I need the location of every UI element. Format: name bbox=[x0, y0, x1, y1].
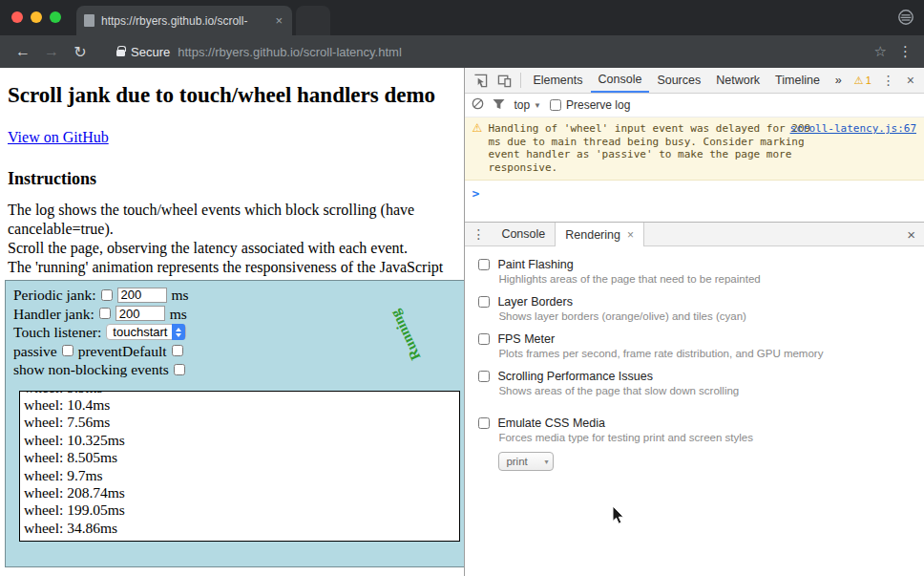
tab-console[interactable]: Console bbox=[591, 68, 650, 93]
scrolling-performance-checkbox[interactable] bbox=[478, 371, 490, 382]
media-type-select[interactable]: print ▾ bbox=[498, 452, 554, 471]
page-title: Scroll jank due to touch/wheel handlers … bbox=[8, 83, 456, 108]
browser-window: https://rbyers.github.io/scroll- × ← → ↻… bbox=[0, 0, 924, 576]
chevron-down-icon: ▼ bbox=[534, 101, 541, 110]
rendering-option: Paint Flashing Highlights areas of the p… bbox=[478, 258, 924, 285]
layer-borders-checkbox[interactable] bbox=[478, 296, 490, 308]
console-toolbar: top ▼ Preserve log bbox=[465, 94, 924, 117]
option-title: Emulate CSS Media bbox=[497, 416, 605, 430]
nonblocking-checkbox[interactable] bbox=[174, 364, 185, 375]
url-field[interactable]: Secure https://rbyers.github.io/scroll-l… bbox=[107, 39, 869, 64]
mouse-cursor-icon bbox=[612, 505, 625, 529]
media-type-value: print bbox=[506, 456, 527, 467]
inactive-tab[interactable] bbox=[296, 6, 330, 35]
instructions-heading: Instructions bbox=[8, 169, 456, 189]
drawer-tab-rendering[interactable]: Rendering × bbox=[555, 223, 644, 246]
paragraph-line: Scroll the page, observing the latency a… bbox=[8, 240, 408, 256]
log-line: wheel: 199.05ms bbox=[24, 501, 455, 519]
console-warning-icon: ⚠ bbox=[472, 122, 482, 136]
preventdefault-checkbox[interactable] bbox=[172, 345, 183, 356]
device-toolbar-icon[interactable] bbox=[493, 68, 516, 93]
clear-console-icon[interactable] bbox=[472, 97, 484, 113]
select-spinner-icon bbox=[172, 324, 185, 340]
tab-timeline[interactable]: Timeline bbox=[767, 68, 828, 93]
drawer-tab-close-icon[interactable]: × bbox=[627, 228, 634, 242]
log-line: wheel: 9.7ms bbox=[24, 467, 455, 484]
tab-close-icon[interactable]: × bbox=[273, 13, 284, 28]
back-icon[interactable]: ← bbox=[11, 43, 34, 60]
browser-menu-icon[interactable]: ⋮ bbox=[898, 43, 913, 60]
bookmark-star-icon[interactable]: ☆ bbox=[874, 43, 887, 60]
inspect-element-icon[interactable] bbox=[469, 68, 493, 93]
rendering-option: Emulate CSS Media Forces media type for … bbox=[478, 416, 924, 471]
event-log: wheel: 9.9ms wheel: 10.4ms wheel: 7.56ms… bbox=[19, 391, 460, 542]
rendering-panel: Paint Flashing Highlights areas of the p… bbox=[465, 246, 924, 471]
paint-flashing-checkbox[interactable] bbox=[478, 259, 490, 270]
chevron-down-icon: ▾ bbox=[544, 458, 548, 466]
rendering-option: FPS Meter Plots frames per second, frame… bbox=[478, 332, 924, 359]
touch-listener-value: touchstart bbox=[113, 325, 167, 339]
fps-meter-checkbox[interactable] bbox=[478, 333, 490, 345]
mac-close-button[interactable] bbox=[11, 11, 23, 23]
mac-fullscreen-button[interactable] bbox=[50, 11, 61, 23]
page-favicon-icon bbox=[84, 14, 94, 27]
devtools-panel: Elements Console Sources Network Timelin… bbox=[464, 68, 924, 576]
log-line: wheel: 208.74ms bbox=[24, 484, 455, 501]
devtools-menu-icon[interactable]: ⋮ bbox=[876, 68, 901, 93]
browser-tab[interactable]: https://rbyers.github.io/scroll- × bbox=[76, 6, 292, 35]
handler-jank-input[interactable] bbox=[116, 306, 165, 321]
tab-overview-icon[interactable] bbox=[897, 9, 914, 30]
log-line: wheel: 34.86ms bbox=[24, 520, 455, 537]
option-desc: Shows layer borders (orange/olive) and t… bbox=[498, 310, 924, 322]
execution-context-value: top bbox=[514, 98, 530, 112]
lock-icon bbox=[116, 50, 125, 56]
option-desc: Highlights areas of the page that need t… bbox=[498, 273, 924, 285]
handler-jank-checkbox[interactable] bbox=[99, 308, 111, 319]
execution-context-select[interactable]: top ▼ bbox=[514, 98, 541, 112]
preserve-log-control: Preserve log bbox=[550, 98, 630, 112]
handler-jank-label: Handler jank: bbox=[13, 305, 94, 324]
tab-sources[interactable]: Sources bbox=[649, 68, 708, 93]
devtools-toolbar: Elements Console Sources Network Timelin… bbox=[465, 68, 924, 94]
touch-listener-select[interactable]: touchstart bbox=[106, 324, 186, 340]
periodic-jank-label: Periodic jank: bbox=[13, 286, 96, 305]
console-warning-message: ⚠ Handling of 'wheel' input event was de… bbox=[465, 117, 924, 181]
option-title: Paint Flashing bbox=[497, 258, 573, 271]
option-desc: Forces media type for testing print and … bbox=[498, 432, 924, 443]
instructions-paragraph: The log shows the touch/wheel events whi… bbox=[8, 201, 464, 277]
forward-icon[interactable]: → bbox=[40, 43, 63, 60]
option-title: FPS Meter bbox=[497, 332, 555, 346]
periodic-jank-input[interactable] bbox=[117, 288, 167, 303]
drawer-tab-rendering-label: Rendering bbox=[565, 228, 620, 242]
tab-elements[interactable]: Elements bbox=[525, 68, 590, 93]
log-line: wheel: 8.505ms bbox=[24, 449, 455, 466]
github-link[interactable]: View on GitHub bbox=[8, 129, 109, 146]
drawer-close-icon[interactable]: × bbox=[898, 223, 924, 245]
tab-network[interactable]: Network bbox=[708, 68, 767, 93]
passive-checkbox[interactable] bbox=[62, 345, 74, 356]
drawer-tab-console[interactable]: Console bbox=[492, 223, 555, 245]
tab-strip: https://rbyers.github.io/scroll- × bbox=[0, 0, 924, 35]
page-content: Scroll jank due to touch/wheel handlers … bbox=[0, 68, 464, 576]
console-prompt[interactable]: > bbox=[465, 181, 924, 222]
touch-listener-label: Touch listener: bbox=[13, 323, 101, 342]
passive-label: passive bbox=[13, 342, 57, 361]
option-title: Layer Borders bbox=[497, 295, 573, 309]
emulate-css-media-checkbox[interactable] bbox=[478, 417, 490, 429]
drawer-menu-icon[interactable]: ⋮ bbox=[465, 223, 492, 245]
devtools-close-icon[interactable]: × bbox=[901, 68, 920, 93]
periodic-jank-checkbox[interactable] bbox=[101, 289, 113, 301]
console-warning-source-link[interactable]: scroll-latency.js:67 bbox=[790, 122, 916, 136]
preserve-log-checkbox[interactable] bbox=[550, 99, 561, 111]
tab-overflow-icon[interactable]: » bbox=[828, 68, 850, 93]
warning-count-badge[interactable]: ⚠ 1 bbox=[850, 68, 876, 93]
mac-minimize-button[interactable] bbox=[31, 11, 42, 23]
console-warning-text: Handling of 'wheel' input event was dela… bbox=[488, 122, 810, 174]
reload-icon[interactable]: ↻ bbox=[69, 43, 92, 61]
url-text[interactable]: https://rbyers.github.io/scroll-latency.… bbox=[178, 45, 402, 59]
address-bar: ← → ↻ Secure https://rbyers.github.io/sc… bbox=[0, 35, 924, 68]
toolbar-divider bbox=[520, 73, 521, 88]
tab-title: https://rbyers.github.io/scroll- bbox=[101, 14, 266, 28]
filter-icon[interactable] bbox=[493, 98, 505, 113]
log-line: wheel: 10.4ms bbox=[24, 396, 455, 414]
